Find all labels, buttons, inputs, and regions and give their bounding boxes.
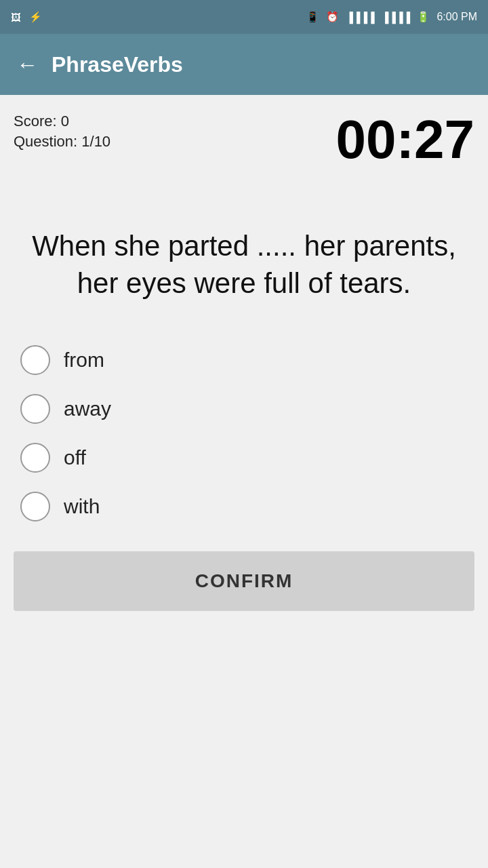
option-with[interactable]: with [20, 482, 468, 531]
signal-2-icon: ▐▐▐▐ [382, 12, 411, 23]
options-area: from away off with [14, 336, 474, 531]
radio-off[interactable] [20, 443, 50, 473]
option-off-label: off [64, 446, 86, 469]
timer-display: 00:27 [336, 113, 474, 167]
score-label: Score: 0 [14, 113, 110, 130]
radio-from[interactable] [20, 345, 50, 375]
question-area: When she parted ..... her parents, her e… [14, 228, 474, 302]
score-info: Score: 0 Question: 1/10 [14, 113, 110, 151]
option-from[interactable]: from [20, 336, 468, 384]
back-button[interactable]: ← [16, 52, 38, 77]
app-title: PhraseVerbs [52, 52, 183, 77]
signal-1-icon: ▐▐▐▐ [346, 12, 375, 23]
option-from-label: from [64, 349, 104, 372]
score-section: Score: 0 Question: 1/10 00:27 [14, 106, 474, 174]
option-away[interactable]: away [20, 384, 468, 433]
content-area: Score: 0 Question: 1/10 00:27 When she p… [0, 95, 488, 531]
alarm-icon: ⏰ [326, 11, 339, 23]
battery-icon: 🔋 [417, 11, 430, 23]
status-bar-right: 📱 ⏰ ▐▐▐▐ ▐▐▐▐ 🔋 6:00 PM [306, 11, 477, 23]
confirm-button[interactable]: CONFIRM [14, 551, 474, 611]
status-bar: 🖼 ⚡ 📱 ⏰ ▐▐▐▐ ▐▐▐▐ 🔋 6:00 PM [0, 0, 488, 34]
question-text: When she parted ..... her parents, her e… [20, 228, 468, 302]
option-off[interactable]: off [20, 433, 468, 482]
option-away-label: away [64, 397, 111, 420]
phone-rotate-icon: 📱 [306, 11, 319, 23]
image-icon: 🖼 [11, 12, 21, 23]
usb-icon: ⚡ [29, 11, 42, 23]
option-with-label: with [64, 495, 100, 518]
radio-away[interactable] [20, 394, 50, 424]
status-time: 6:00 PM [436, 11, 477, 23]
question-label: Question: 1/10 [14, 133, 110, 151]
status-bar-left: 🖼 ⚡ [11, 11, 42, 23]
radio-with[interactable] [20, 492, 50, 521]
app-bar: ← PhraseVerbs [0, 34, 488, 95]
